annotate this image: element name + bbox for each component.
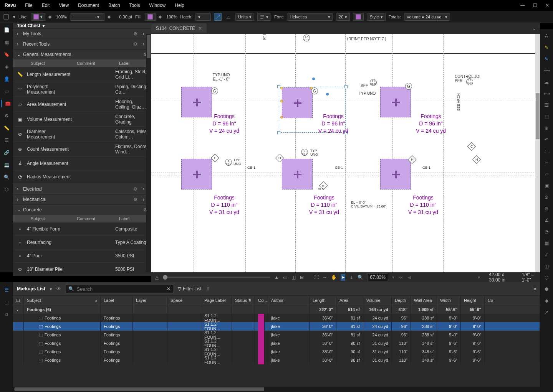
markups-row[interactable]: ⬚Footings Footings S1.1.2 FOUN… jlake 38… xyxy=(13,356,540,364)
pen-icon[interactable]: ✎ xyxy=(543,55,550,63)
toolchest-row[interactable]: ◔Radius Measurement xyxy=(13,170,151,184)
section-mechanical[interactable]: ›Mechanical⚙› xyxy=(13,194,151,204)
toolchest-row[interactable]: ▱Area MeasurementFlooring, Ceiling, Glaz… xyxy=(13,97,151,112)
menu-file[interactable]: File xyxy=(25,3,32,8)
toolchest-scrollbar[interactable] xyxy=(146,34,151,272)
totals-picker[interactable]: Volume = 24 cu yd▾ xyxy=(404,13,450,21)
line-color-picker[interactable]: ▾ xyxy=(31,13,45,21)
fill-color-picker[interactable] xyxy=(145,13,156,21)
dimension-icon[interactable]: ⟷ xyxy=(543,90,550,97)
export-icon[interactable]: ⇧ xyxy=(206,286,210,292)
measure-icon[interactable]: 📏 xyxy=(3,124,10,132)
col-height[interactable]: Height xyxy=(461,296,485,305)
undo-icon[interactable]: ↶ xyxy=(543,136,550,143)
col-volume[interactable]: Volume xyxy=(363,296,392,305)
col-author[interactable]: Author xyxy=(268,296,310,305)
measure-radius-icon[interactable]: ◔ xyxy=(543,228,550,236)
expand-icon[interactable]: » xyxy=(533,286,536,292)
zoom-value[interactable]: 67.83% xyxy=(367,273,388,281)
col-co[interactable]: Co xyxy=(485,296,540,305)
first-page-icon[interactable]: ⏮ xyxy=(398,274,403,281)
search-icon[interactable]: 🔍 xyxy=(3,173,10,181)
col-label[interactable]: Label xyxy=(101,296,133,305)
text-select-icon[interactable]: 𝙸 xyxy=(349,274,354,281)
cloud-icon[interactable]: ☁ xyxy=(543,78,550,86)
rotate-handle[interactable] xyxy=(312,77,315,80)
drawing-canvas[interactable]: (REINF PER NOTE 7.) TYP UNO EL -1' - 6" … xyxy=(151,34,540,272)
maximize-icon[interactable]: ☐ xyxy=(532,3,538,8)
line-tool-icon[interactable]: ⟿ xyxy=(543,67,550,74)
properties-icon[interactable]: ▭ xyxy=(3,87,10,95)
rotate-handle[interactable] xyxy=(326,93,329,96)
gear-icon[interactable]: ⚙ xyxy=(133,31,137,36)
file-access-icon[interactable]: 📄 xyxy=(3,26,10,34)
toolchest-row[interactable]: ∡Angle Measurement xyxy=(13,157,151,170)
arrow-icon[interactable]: ↗ xyxy=(543,308,550,316)
measure-poly-icon[interactable]: ⊨ xyxy=(543,159,550,166)
gear-icon[interactable]: ⚙ xyxy=(133,41,137,47)
section-general-measurements[interactable]: ⌄General Measurements⚙ xyxy=(13,49,151,59)
toolchest-row[interactable]: ⊘Diameter MeasurementCaissons, Piles, Co… xyxy=(13,127,151,142)
font-picker[interactable]: Helvetica▾ xyxy=(287,13,333,21)
pt-spinner[interactable] xyxy=(108,15,112,19)
sets-icon[interactable]: ⬡ xyxy=(3,186,10,193)
3d-icon[interactable]: ⬚ xyxy=(3,298,10,306)
toolchest-icon[interactable]: 🧰 xyxy=(1,100,12,107)
footing-markup[interactable] xyxy=(282,159,313,189)
signatures-icon[interactable]: 👤 xyxy=(3,75,10,83)
measure-diameter-icon[interactable]: ⊘ xyxy=(543,193,550,201)
snap-icon[interactable] xyxy=(214,13,222,21)
markups-list-icon[interactable]: ☰ xyxy=(3,286,10,294)
footing-markup[interactable] xyxy=(380,159,411,189)
angle-icon[interactable] xyxy=(225,13,232,21)
gear-icon[interactable]: ⚙ xyxy=(133,197,137,202)
toolchest-row[interactable]: ⊚Count MeasurementFixtures, Doors, Wind… xyxy=(13,142,151,157)
dynamic-fill-icon[interactable]: ▦ xyxy=(543,239,550,247)
section-recent-tools[interactable]: ›Recent Tools⚙› xyxy=(13,39,151,49)
shape-1-icon[interactable]: ⬡ xyxy=(543,274,550,282)
markups-group-row[interactable]: ⌄ Footings (6) 222'-0" 514 sf 164 cu yd … xyxy=(13,305,540,314)
triangle-up-icon[interactable]: △ xyxy=(154,274,159,281)
search-input[interactable] xyxy=(76,286,164,292)
col-subject[interactable]: Subject▴ xyxy=(24,296,101,305)
single-page-icon[interactable]: ▭ xyxy=(283,274,287,281)
section-concrete[interactable]: ⌄Concrete⚙ xyxy=(13,204,151,215)
studio-icon[interactable]: 💻 xyxy=(3,161,10,169)
polylength-icon[interactable]: ⫽ xyxy=(543,251,550,259)
toolchest-row[interactable]: 📏Length MeasurementFraming, Steel, Grid … xyxy=(13,67,151,82)
markups-hscroll[interactable]: ◀ xyxy=(13,387,540,392)
style-picker[interactable]: Style▾ xyxy=(367,13,385,21)
gear-icon[interactable]: ⚙ xyxy=(3,112,10,120)
chevron-down-icon[interactable]: ⌄ xyxy=(532,26,536,31)
markups-row[interactable]: ⬚Footings Footings S1.1.2 FOUN… jlake 36… xyxy=(13,322,540,331)
line-style-picker[interactable]: ▾ xyxy=(70,13,104,21)
split-horiz-icon[interactable]: ⊟ xyxy=(300,274,304,281)
gear-icon[interactable]: ⚙ xyxy=(133,186,137,192)
zoom-icon[interactable]: 🔍 xyxy=(358,274,363,281)
font-size-picker[interactable]: 20▾ xyxy=(336,13,350,21)
page-slider[interactable] xyxy=(163,277,270,278)
measure-count-icon[interactable]: ⊚ xyxy=(543,205,550,212)
measure-volume-icon[interactable]: ▣ xyxy=(543,182,550,189)
split-vert-icon[interactable]: ◫ xyxy=(291,274,296,281)
page-dropdown-icon[interactable]: ▾ xyxy=(477,274,481,281)
bookmarks-icon[interactable]: 🔖 xyxy=(3,51,10,58)
toolchest-row[interactable]: ▣Volume MeasurementConcrete, Grading xyxy=(13,112,151,127)
tool-icon[interactable] xyxy=(2,13,10,21)
hide-icon[interactable]: 👁 xyxy=(56,286,61,292)
fit-width-icon[interactable]: ↔ xyxy=(323,274,327,281)
image-icon[interactable]: 🖼 xyxy=(543,101,550,109)
col-depth[interactable]: Depth xyxy=(392,296,411,305)
compare-icon[interactable]: ⧉ xyxy=(3,311,10,318)
canvas-vscroll[interactable] xyxy=(535,34,540,272)
markups-row[interactable]: ⬚Footings Footings S1.1.2 FOUN… jlake 36… xyxy=(13,314,540,322)
links-icon[interactable]: 🔗 xyxy=(3,149,10,156)
col-page-label[interactable]: Page Label xyxy=(201,296,232,305)
markups-row[interactable]: ⬚Footings Footings S1.1.2 FOUN… jlake 38… xyxy=(13,348,540,356)
menu-view[interactable]: View xyxy=(59,3,69,8)
col-wall-area[interactable]: Wall Area xyxy=(411,296,437,305)
menu-help[interactable]: Help xyxy=(175,3,184,8)
thumbnails-icon[interactable]: ▦ xyxy=(3,38,10,46)
highlight-icon[interactable]: ✎ xyxy=(543,44,550,51)
menu-document[interactable]: Document xyxy=(78,3,99,8)
